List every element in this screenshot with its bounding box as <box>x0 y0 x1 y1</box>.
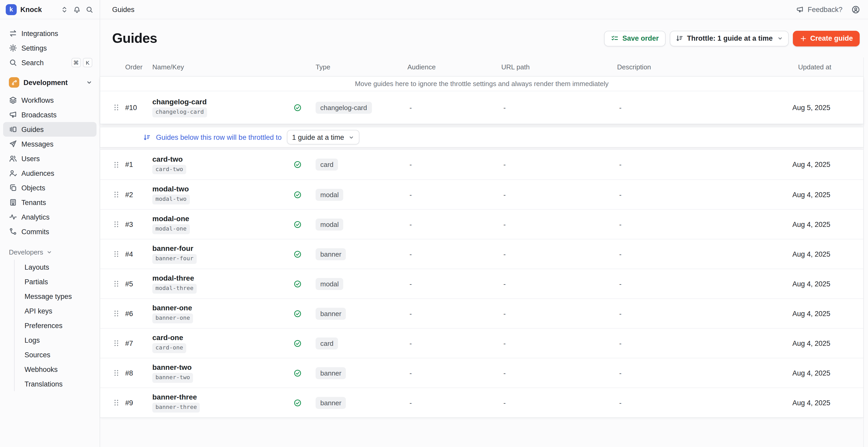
sidebar-item-api-keys[interactable]: API keys <box>14 304 96 318</box>
sidebar-item-search[interactable]: Search⌘K <box>3 55 96 70</box>
guide-row[interactable]: #4banner-fourbanner-fourbanner---Aug 4, … <box>100 239 863 268</box>
guide-name-link[interactable]: banner-one <box>152 304 192 312</box>
sidebar-item-label: Sources <box>25 351 50 359</box>
guide-name-link[interactable]: changelog-card <box>152 98 207 106</box>
workspace-switcher-icon[interactable] <box>61 5 68 13</box>
sidebar-item-webhooks[interactable]: Webhooks <box>14 362 96 377</box>
guide-name-link[interactable]: modal-two <box>152 185 189 193</box>
guide-name-link[interactable]: card-two <box>152 155 183 163</box>
guide-row[interactable]: #6banner-onebanner-onebanner---Aug 4, 20… <box>100 298 863 328</box>
guide-row[interactable]: #9banner-threebanner-threebanner---Aug 4… <box>100 387 863 417</box>
sidebar-item-guides[interactable]: Guides <box>3 122 96 137</box>
guide-order: #3 <box>125 220 152 228</box>
guide-updated-at: Aug 4, 2025 <box>793 369 863 377</box>
sidebar-item-layouts[interactable]: Layouts <box>14 260 96 274</box>
column-header-type: Type <box>316 63 407 71</box>
sidebar-item-commits[interactable]: Commits <box>3 224 96 239</box>
guide-audience: - <box>407 399 501 407</box>
throttle-settings-button[interactable]: Throttle: 1 guide at a time <box>670 31 789 46</box>
guide-type-badge: banner <box>316 308 346 319</box>
guide-row[interactable]: #2modal-twomodal-twomodal---Aug 4, 2025 <box>100 180 863 209</box>
guide-order: #6 <box>125 310 152 317</box>
guide-url-path: - <box>501 399 617 407</box>
notifications-icon[interactable] <box>73 5 81 13</box>
search-icon[interactable] <box>86 5 93 13</box>
guide-row[interactable]: #10changelog-cardchangelog-cardchangelog… <box>100 91 863 124</box>
sidebar-item-messages[interactable]: Messages <box>3 137 96 151</box>
guide-key-badge: banner-three <box>152 403 200 413</box>
guide-url-path: - <box>501 310 617 317</box>
grip-icon <box>112 250 121 258</box>
guide-order: #10 <box>125 103 152 111</box>
sidebar-item-integrations[interactable]: Integrations <box>3 26 96 41</box>
account-menu-icon[interactable] <box>851 5 860 14</box>
guide-row[interactable]: #5modal-threemodal-threemodal---Aug 4, 2… <box>100 268 863 298</box>
sidebar-item-settings[interactable]: Settings <box>3 41 96 55</box>
sidebar-item-workflows[interactable]: Workflows <box>3 93 96 107</box>
sidebar-item-tenants[interactable]: Tenants <box>3 195 96 210</box>
key-cap: ⌘ <box>71 58 81 67</box>
drag-handle[interactable] <box>112 190 125 199</box>
knock-logo[interactable]: k <box>6 4 17 15</box>
guide-name-link[interactable]: banner-three <box>152 393 197 402</box>
guide-name-link[interactable]: modal-one <box>152 215 189 223</box>
grip-icon <box>112 103 121 111</box>
guide-row[interactable]: #1card-twocard-twocard---Aug 4, 2025 <box>100 150 863 180</box>
drag-handle[interactable] <box>112 160 125 169</box>
throttle-value-select[interactable]: 1 guide at a time <box>287 130 360 145</box>
throttle-button-label: Throttle: 1 guide at a time <box>687 34 773 42</box>
breadcrumb[interactable]: Guides <box>112 5 134 13</box>
developers-section-toggle[interactable]: Developers <box>3 245 96 259</box>
environment-switcher[interactable]: Development <box>3 75 96 90</box>
sidebar-item-label: API keys <box>25 307 53 315</box>
drag-handle[interactable] <box>112 309 125 318</box>
create-guide-button[interactable]: Create guide <box>793 31 860 46</box>
guide-row[interactable]: #8banner-twobanner-twobanner---Aug 4, 20… <box>100 358 863 387</box>
drag-handle[interactable] <box>112 398 125 407</box>
sidebar-item-objects[interactable]: Objects <box>3 181 96 195</box>
guide-description: - <box>617 103 793 111</box>
guide-key-badge: banner-one <box>152 314 193 323</box>
drag-handle[interactable] <box>112 250 125 258</box>
sidebar-item-translations[interactable]: Translations <box>14 377 96 391</box>
sidebar-item-label: Messages <box>21 140 54 148</box>
drag-handle[interactable] <box>112 103 125 111</box>
guide-row[interactable]: #7card-onecard-onecard---Aug 4, 2025 <box>100 328 863 358</box>
guide-key-badge: banner-four <box>152 254 197 264</box>
sidebar-item-analytics[interactable]: Analytics <box>3 210 96 224</box>
drag-handle[interactable] <box>112 280 125 288</box>
guide-row[interactable]: #3modal-onemodal-onemodal---Aug 4, 2025 <box>100 209 863 239</box>
guide-updated-at: Aug 4, 2025 <box>793 191 863 198</box>
guide-type-badge: changelog-card <box>316 101 372 114</box>
guide-status <box>294 399 316 407</box>
sidebar-item-broadcasts[interactable]: Broadcasts <box>3 107 96 122</box>
sidebar-item-logs[interactable]: Logs <box>14 333 96 347</box>
feedback-button[interactable]: Feedback? <box>796 5 842 13</box>
sidebar-item-partials[interactable]: Partials <box>14 274 96 289</box>
guide-url-path: - <box>501 220 617 228</box>
guide-name-link[interactable]: banner-two <box>152 363 192 372</box>
guide-description: - <box>617 310 793 317</box>
guide-updated-at: Aug 4, 2025 <box>793 280 863 288</box>
throttle-divider-row: Guides below this row will be throttled … <box>100 127 863 148</box>
drag-handle[interactable] <box>112 220 125 228</box>
guide-name-link[interactable]: banner-four <box>152 244 193 253</box>
sidebar-item-audiences[interactable]: Audiences <box>3 166 96 181</box>
status-active-icon <box>294 399 302 407</box>
page-title: Guides <box>112 30 157 46</box>
commits-icon <box>9 227 17 236</box>
guide-name-link[interactable]: modal-three <box>152 274 194 282</box>
grip-icon <box>112 309 121 318</box>
save-order-button[interactable]: Save order <box>604 31 665 46</box>
create-guide-label: Create guide <box>810 34 853 42</box>
sidebar-item-preferences[interactable]: Preferences <box>14 318 96 333</box>
megaphone-icon <box>796 5 804 13</box>
drag-handle[interactable] <box>112 339 125 347</box>
sidebar-item-label: Webhooks <box>25 365 58 373</box>
sidebar-item-message-types[interactable]: Message types <box>14 289 96 304</box>
guide-name-link[interactable]: card-one <box>152 333 183 342</box>
guide-updated-at: Aug 4, 2025 <box>793 161 863 168</box>
sidebar-item-users[interactable]: Users <box>3 151 96 166</box>
sidebar-item-sources[interactable]: Sources <box>14 347 96 362</box>
drag-handle[interactable] <box>112 369 125 377</box>
